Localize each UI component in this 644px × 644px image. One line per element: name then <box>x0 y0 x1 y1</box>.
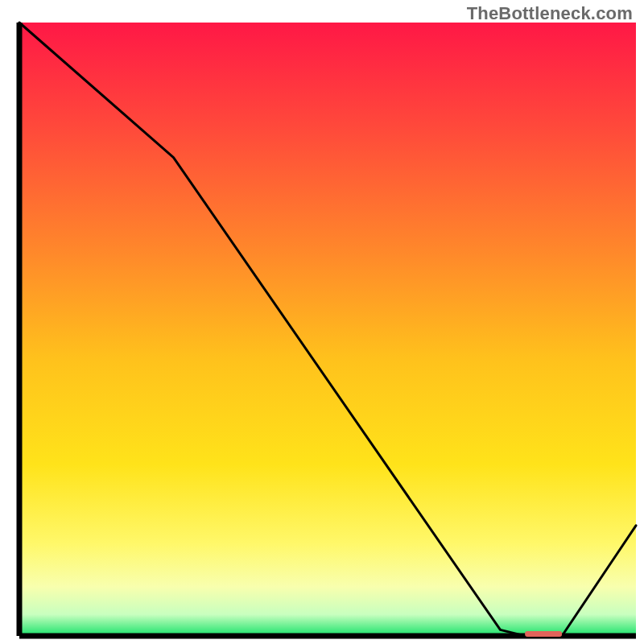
optimal-marker <box>525 631 562 637</box>
plot-area <box>19 23 636 636</box>
watermark-text: TheBottleneck.com <box>467 3 633 24</box>
chart-svg <box>0 0 644 644</box>
bottleneck-chart: TheBottleneck.com <box>0 0 644 644</box>
